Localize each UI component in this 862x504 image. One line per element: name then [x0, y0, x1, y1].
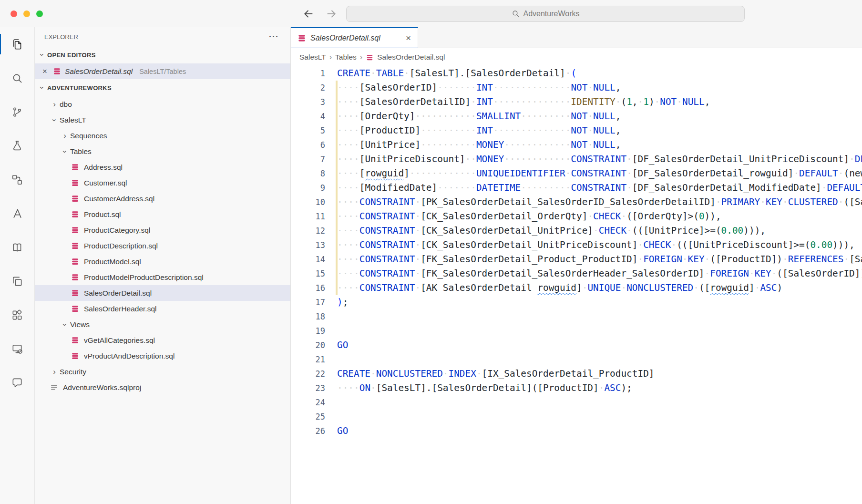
tree-item-productcategory-sql[interactable]: ProductCategory.sql [35, 222, 290, 238]
line-number[interactable]: 10 [291, 195, 325, 209]
back-arrow-icon[interactable] [302, 8, 315, 20]
tree-item-dbo[interactable]: ›dbo [35, 96, 290, 112]
code-line-15[interactable]: 15····CONSTRAINT·[FK_SalesOrderDetail_Sa… [291, 267, 862, 281]
code-line-19[interactable]: 19 [291, 324, 862, 338]
code-line-12[interactable]: 12····CONSTRAINT·[CK_SalesOrderDetail_Un… [291, 224, 862, 238]
close-icon[interactable]: × [42, 67, 53, 76]
code-line-13[interactable]: 13····CONSTRAINT·[CK_SalesOrderDetail_Un… [291, 238, 862, 252]
tree-item-product-sql[interactable]: Product.sql [35, 206, 290, 222]
tab-salesorderdetail-sql[interactable]: SalesOrderDetail.sql × [291, 27, 418, 48]
tree-item-customer-sql[interactable]: Customer.sql [35, 175, 290, 191]
close-window-button[interactable] [10, 10, 17, 17]
line-number[interactable]: 9 [291, 181, 325, 195]
tree-item-saleslt[interactable]: ›SalesLT [35, 112, 290, 128]
line-number[interactable]: 8 [291, 166, 325, 181]
code-line-9[interactable]: 9····[ModifiedDate]·······DATETIME······… [291, 181, 862, 195]
code-line-25[interactable]: 25 [291, 410, 862, 424]
code-line-11[interactable]: 11····CONSTRAINT·[CK_SalesOrderDetail_Or… [291, 209, 862, 224]
tree-item-salesorderdetail-sql[interactable]: SalesOrderDetail.sql [35, 285, 290, 301]
tree-item-productmodel-sql[interactable]: ProductModel.sql [35, 254, 290, 269]
project-section-header[interactable]: › ADVENTUREWORKS [35, 79, 290, 96]
tree-item-vgetallcategories-sql[interactable]: vGetAllCategories.sql [35, 332, 290, 348]
line-number[interactable]: 4 [291, 109, 325, 123]
breadcrumb-file[interactable]: SalesOrderDetail.sql [377, 53, 445, 62]
code-line-23[interactable]: 23····ON·[SalesLT].[SalesOrderDetail]([P… [291, 381, 862, 395]
tree-item-customeraddress-sql[interactable]: CustomerAddress.sql [35, 191, 290, 206]
open-editor-item-salesorderdetail-sql[interactable]: ×SalesOrderDetail.sqlSalesLT/Tables [35, 63, 290, 79]
code-line-5[interactable]: 5····[ProductID]··········INT···········… [291, 123, 862, 138]
line-number[interactable]: 20 [291, 338, 325, 352]
activity-run-debug[interactable] [0, 129, 34, 163]
line-number[interactable]: 2 [291, 81, 325, 95]
more-actions-icon[interactable]: ··· [269, 32, 279, 42]
code-line-7[interactable]: 7····[UnitPriceDiscount]··MONEY·········… [291, 152, 862, 166]
activity-database-projects[interactable] [0, 163, 34, 196]
code-line-20[interactable]: 20GO [291, 338, 862, 352]
tree-item-security[interactable]: ›Security [35, 364, 290, 380]
line-number[interactable]: 22 [291, 367, 325, 381]
breadcrumb-schema[interactable]: SalesLT [299, 53, 326, 62]
line-number[interactable]: 5 [291, 123, 325, 138]
line-number[interactable]: 19 [291, 324, 325, 338]
line-number[interactable]: 18 [291, 309, 325, 324]
minimize-window-button[interactable] [23, 10, 30, 17]
code-line-17[interactable]: 17); [291, 295, 862, 309]
code-area[interactable]: 1CREATE·TABLE·[SalesLT].[SalesOrderDetai… [291, 66, 862, 504]
line-number[interactable]: 3 [291, 95, 325, 109]
line-number[interactable]: 21 [291, 352, 325, 367]
line-number[interactable]: 15 [291, 267, 325, 281]
line-number[interactable]: 13 [291, 238, 325, 252]
line-number[interactable]: 26 [291, 424, 325, 438]
tree-item-sequences[interactable]: ›Sequences [35, 128, 290, 144]
code-line-3[interactable]: 3····[SalesOrderDetailID]·INT···········… [291, 95, 862, 109]
activity-explorer[interactable] [0, 27, 34, 61]
chevron-right-icon[interactable]: › [61, 131, 69, 141]
tree-item-vproductanddescription-sql[interactable]: vProductAndDescription.sql [35, 348, 290, 364]
chevron-down-icon[interactable]: › [50, 116, 59, 124]
activity-duplicate[interactable] [0, 264, 34, 298]
activity-extensions[interactable] [0, 298, 34, 332]
open-editors-header[interactable]: › OPEN EDITORS [35, 46, 290, 63]
line-number[interactable]: 14 [291, 252, 325, 267]
code-line-16[interactable]: 16····CONSTRAINT·[AK_SalesOrderDetail_ro… [291, 281, 862, 295]
chevron-down-icon[interactable]: › [60, 147, 70, 156]
code-line-10[interactable]: 10····CONSTRAINT·[PK_SalesOrderDetail_Sa… [291, 195, 862, 209]
code-line-24[interactable]: 24 [291, 395, 862, 410]
line-number[interactable]: 11 [291, 209, 325, 224]
command-center[interactable]: AdventureWorks [346, 6, 745, 22]
tree-item-productdescription-sql[interactable]: ProductDescription.sql [35, 238, 290, 254]
line-number[interactable]: 23 [291, 381, 325, 395]
line-number[interactable]: 17 [291, 295, 325, 309]
code-line-2[interactable]: 2····[SalesOrderID]·······INT···········… [291, 81, 862, 95]
code-line-6[interactable]: 6····[UnitPrice]··········MONEY·········… [291, 138, 862, 152]
activity-source-control[interactable] [0, 95, 34, 129]
code-line-18[interactable]: 18 [291, 309, 862, 324]
close-icon[interactable]: × [406, 33, 411, 42]
line-number[interactable]: 25 [291, 410, 325, 424]
line-number[interactable]: 16 [291, 281, 325, 295]
tree-item-tables[interactable]: ›Tables [35, 144, 290, 159]
line-number[interactable]: 6 [291, 138, 325, 152]
tree-item-views[interactable]: ›Views [35, 317, 290, 332]
code-line-1[interactable]: 1CREATE·TABLE·[SalesLT].[SalesOrderDetai… [291, 66, 862, 81]
code-line-22[interactable]: 22CREATE·NONCLUSTERED·INDEX·[IX_SalesOrd… [291, 367, 862, 381]
code-line-4[interactable]: 4····[OrderQty]···········SMALLINT······… [291, 109, 862, 123]
code-line-8[interactable]: 8····[rowguid]············UNIQUEIDENTIFI… [291, 166, 862, 181]
line-number[interactable]: 1 [291, 66, 325, 81]
tree-item-adventureworks-sqlproj[interactable]: AdventureWorks.sqlproj [35, 380, 290, 395]
chevron-right-icon[interactable]: › [50, 367, 59, 377]
forward-arrow-icon[interactable] [325, 8, 338, 20]
activity-search[interactable] [0, 61, 34, 95]
activity-azure[interactable] [0, 196, 34, 230]
code-line-14[interactable]: 14····CONSTRAINT·[FK_SalesOrderDetail_Pr… [291, 252, 862, 267]
line-number[interactable]: 12 [291, 224, 325, 238]
code-line-21[interactable]: 21 [291, 352, 862, 367]
activity-chat[interactable] [0, 366, 34, 400]
breadcrumb-folder[interactable]: Tables [335, 53, 357, 62]
code-line-26[interactable]: 26GO [291, 424, 862, 438]
activity-remote-explorer[interactable] [0, 332, 34, 366]
line-number[interactable]: 7 [291, 152, 325, 166]
chevron-right-icon[interactable]: › [50, 100, 59, 109]
tree-item-productmodelproductdescription-sql[interactable]: ProductModelProductDescription.sql [35, 269, 290, 285]
tree-item-salesorderheader-sql[interactable]: SalesOrderHeader.sql [35, 301, 290, 317]
